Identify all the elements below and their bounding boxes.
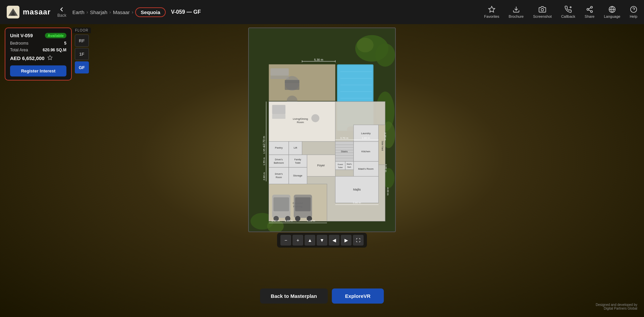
svg-text:1.55 m: 1.55 m (263, 157, 266, 166)
floor-gf-button[interactable]: GF (75, 61, 89, 73)
nav-favorites[interactable]: Favorites (484, 6, 499, 18)
bottom-buttons: Back to Masterplan ExploreVR (260, 288, 384, 304)
explore-vr-button[interactable]: ExploreVR (332, 288, 384, 304)
favorites-label: Favorites (484, 14, 499, 18)
breadcrumb: Earth › Sharjah › Masaar › Sequoia V-059… (72, 7, 484, 17)
svg-point-5 (541, 8, 543, 11)
callback-label: Callback (561, 14, 575, 18)
svg-point-7 (590, 6, 592, 8)
svg-point-54 (311, 114, 319, 122)
floorplan-svg: Backyard Living/Dining Room Stairs Kitc (249, 28, 395, 231)
breadcrumb-sep-1: › (87, 9, 88, 15)
svg-text:Foyer: Foyer (317, 164, 325, 167)
svg-rect-86 (345, 161, 354, 170)
unit-area-row: Total Area 620.96 SQ.M (10, 48, 66, 52)
svg-text:Side Yard: Side Yard (381, 141, 384, 151)
svg-text:Pantry: Pantry (275, 146, 283, 149)
pan-up-button[interactable]: ▲ (305, 235, 315, 246)
nav-language[interactable]: Language (604, 6, 620, 18)
svg-text:3.70 m: 3.70 m (340, 137, 348, 140)
back-to-masterplan-button[interactable]: Back to Masterplan (260, 288, 328, 304)
svg-point-9 (590, 11, 592, 12)
zoom-in-button[interactable]: + (292, 235, 303, 246)
svg-text:Bath: Bath (347, 166, 351, 168)
bedrooms-label: Bedrooms (10, 41, 29, 46)
svg-text:4.00 m: 4.00 m (386, 187, 389, 196)
bedrooms-value: 5 (64, 41, 66, 46)
svg-text:Bathroom: Bathroom (274, 162, 284, 164)
svg-text:Room: Room (297, 121, 304, 124)
breadcrumb-sep-2: › (109, 9, 111, 15)
svg-text:1.85 m: 1.85 m (285, 219, 293, 222)
pan-down-button[interactable]: ▼ (317, 235, 327, 246)
screenshot-label: Screenshot (533, 14, 552, 18)
svg-text:1.95 m: 1.95 m (263, 146, 266, 154)
svg-rect-75 (269, 155, 288, 167)
fullscreen-button[interactable] (353, 235, 364, 246)
svg-text:Family: Family (294, 158, 301, 161)
floorplan-controls: − + ▲ ▼ ◀ ▶ (277, 233, 367, 248)
floorplan-container: Backyard Living/Dining Room Stairs Kitc (248, 28, 396, 232)
brochure-label: Brochure (509, 14, 524, 18)
back-button[interactable]: Back (57, 6, 66, 18)
nav-actions: Favorites Brochure Screenshot Callback S… (484, 6, 637, 18)
svg-text:4.20 m: 4.20 m (307, 219, 315, 222)
floorplan-wrapper: Backyard Living/Dining Room Stairs Kitc (248, 28, 396, 232)
area-label: Total Area (10, 48, 28, 52)
nav-screenshot[interactable]: Screenshot (533, 6, 552, 18)
zoom-out-button[interactable]: − (280, 235, 291, 246)
pan-right-button[interactable]: ▶ (341, 235, 352, 246)
masaar-logo-icon (7, 6, 19, 18)
svg-rect-40 (285, 83, 300, 90)
svg-rect-104 (295, 197, 311, 211)
svg-rect-83 (335, 161, 345, 170)
register-interest-button[interactable]: Register Interest (10, 65, 66, 76)
floor-1f-button[interactable]: 1F (75, 48, 89, 60)
svg-text:Kitchen: Kitchen (362, 150, 370, 153)
unit-status: Available (45, 33, 66, 38)
floor-selector: FLOOR RF 1F GF (72, 28, 91, 73)
nav-callback[interactable]: Callback (561, 6, 575, 18)
svg-point-8 (587, 8, 589, 10)
area-value: 620.96 SQ.M (43, 48, 66, 52)
svg-text:12.70 m: 12.70 m (262, 136, 266, 147)
svg-text:1.90 m: 1.90 m (271, 219, 280, 222)
svg-text:Guest: Guest (338, 163, 343, 165)
svg-text:1.80 m: 1.80 m (362, 137, 370, 140)
nav-brochure[interactable]: Brochure (509, 6, 524, 18)
svg-text:Driver's: Driver's (275, 158, 283, 161)
svg-rect-42 (270, 75, 289, 79)
logo-area: masaar (7, 6, 51, 18)
breadcrumb-sequoia[interactable]: Sequoia (135, 7, 165, 17)
svg-marker-3 (489, 6, 495, 12)
svg-text:Toilet: Toilet (295, 162, 301, 164)
svg-text:5.60 m: 5.60 m (353, 201, 361, 204)
svg-rect-52 (272, 105, 285, 114)
unit-title: Unit V-059 (10, 33, 33, 38)
svg-text:3.20 m: 3.20 m (384, 164, 387, 172)
svg-text:Maid's Room: Maid's Room (358, 167, 374, 170)
nav-share[interactable]: Share (585, 6, 594, 18)
help-label: Help (630, 14, 637, 18)
back-label: Back (57, 13, 66, 18)
svg-rect-41 (270, 68, 289, 76)
language-label: Language (604, 14, 620, 18)
svg-text:Room: Room (276, 176, 282, 178)
breadcrumb-earth[interactable]: Earth (72, 9, 85, 15)
svg-text:Lift: Lift (293, 146, 297, 149)
svg-rect-100 (273, 197, 289, 211)
price-star-icon[interactable] (47, 55, 53, 61)
pan-left-button[interactable]: ◀ (329, 235, 339, 246)
footer-credit: Designed and developed by Digital Partne… (596, 303, 637, 310)
svg-text:2.25 m: 2.25 m (384, 133, 387, 141)
floor-rf-button[interactable]: RF (75, 35, 89, 47)
breadcrumb-masaar[interactable]: Masaar (113, 9, 130, 15)
footer-line2: Digital Partners Global (596, 307, 637, 310)
nav-help[interactable]: Help (630, 6, 637, 18)
svg-point-20 (357, 38, 374, 53)
svg-text:Toilet: Toilet (338, 166, 343, 168)
svg-rect-78 (289, 155, 307, 167)
share-label: Share (585, 14, 594, 18)
breadcrumb-sharjah[interactable]: Sharjah (90, 9, 107, 15)
svg-text:Driver's: Driver's (275, 173, 283, 175)
